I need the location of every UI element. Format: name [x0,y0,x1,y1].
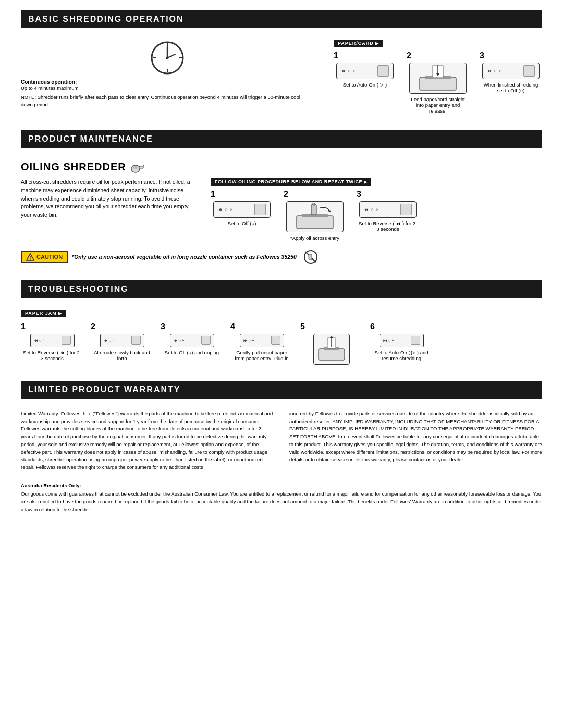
svg-rect-27 [309,254,312,260]
basic-shredding-header: BASIC SHREDDING OPERATION [21,10,542,28]
ts-ctrl-2: ⏮ ○ ▷ [100,334,144,347]
oiling-title: OILING SHREDDER [21,161,126,173]
basic-step-2: 2 Feed [407,51,469,114]
oil-step-3: 3 ⏮ ○ ▷ Set to Reverse ( ⏮ ) for 2-3 sec… [357,190,419,232]
ts-ctrl-knob-3 [201,336,211,345]
product-maintenance-section: PRODUCT MAINTENANCE OILING SHREDDER All … [21,130,542,271]
step-3-num: 3 [480,51,484,60]
oil-ctrl-knob-3 [400,204,412,215]
product-maintenance-header: PRODUCT MAINTENANCE [21,130,542,148]
ts-step-5-num: 5 [300,322,305,331]
paper-card-badge: PAPER/CARD [334,40,383,47]
svg-rect-8 [420,77,456,90]
step-1-num: 1 [334,51,338,60]
oil-ctrl-3: ⏮ ○ ▷ [359,201,417,218]
clock-icon [149,40,186,76]
step-1-desc: Set to Auto-On ( ▷ ) [343,82,387,88]
australia-title: Australia Residents Only: [21,482,542,490]
paper-pull-svg [316,336,347,363]
oiling-body-text: All cross-cut shredders require oil for … [21,178,198,219]
warranty-col-1: Limited Warranty: Fellowes, Inc. ("Fello… [21,410,274,472]
warranty-header: LIMITED PRODUCT WARRANTY [21,381,542,399]
svg-marker-22 [328,210,331,212]
troubleshooting-section: TROUBLESHOOTING PAPER JAM 1 ⏮ ○ ▷ Set to… [21,280,542,372]
continuous-label: Continuous operation: Up to 4 minutes ma… [21,79,313,91]
ctrl-knob-3 [523,65,535,77]
ts-ctrl-knob-2 [131,336,141,345]
continuous-operation-area: Continuous operation: Up to 4 minutes ma… [21,40,323,109]
troubleshooting-header: TROUBLESHOOTING [21,280,542,298]
no-spray-icon [304,250,317,264]
ts-step-3-num: 3 [161,322,165,331]
oil-step-1-num: 1 [211,190,215,199]
ts-ctrl-knob-6 [411,336,420,345]
caution-badge: ! CAUTION [21,251,68,263]
ctrl-icons-1: ⏮ ○ ▷ [341,68,356,73]
paper-feed-svg [414,64,461,93]
ts-ctrl-6: ⏮ ○ ▷ [380,334,424,347]
oil-ctrl-icons-1: ⏮ ○ ▷ [218,207,233,212]
svg-rect-14 [139,166,143,168]
basic-step-3: 3 ⏮ ○ ▷ When finished shredding set to O… [480,51,542,93]
oil-step-2-num: 2 [284,190,288,199]
svg-point-7 [166,57,168,59]
troubleshooting-content: PAPER JAM 1 ⏮ ○ ▷ Set to Reverse ( ⏮ ) f… [21,305,542,372]
ts-step-6: 6 ⏮ ○ ▷ Set to Auto-On ( ▷ ) and resume … [370,322,433,361]
ts-step-6-num: 6 [370,322,375,331]
basic-step-1: 1 ⏮ ○ ▷ Set to Auto-On ( ▷ ) [334,51,396,88]
ts-step-1-num: 1 [21,322,26,331]
caution-label: CAUTION [36,254,63,260]
ts-step-6-desc: Set to Auto-On ( ▷ ) and resume shreddin… [372,350,432,361]
ts-ctrl-3: ⏮ ○ ▷ [170,334,214,347]
svg-point-21 [313,214,315,215]
ts-ctrl-knob-4 [271,336,280,345]
step-2-desc: Feed paper/card straight into paper entr… [408,96,468,114]
shredder-control-1: ⏮ ○ ▷ [336,63,394,79]
warranty-col-2: incurred by Fellowes to provide parts or… [289,410,542,472]
ts-step-4: 4 ⏮ ○ ▷ Gently pull uncut paper from pap… [230,322,293,361]
note-text: NOTE: Shredder runs briefly after each p… [21,94,313,109]
ts-step-3-desc: Set to Off (○) and unplug [165,350,219,355]
warranty-section: LIMITED PRODUCT WARRANTY Limited Warrant… [21,381,542,514]
oil-step-1-desc: Set to Off (○) [228,220,256,226]
oiling-steps-area: FOLLOW OILING PROCEDURE BELOW AND REPEAT… [211,178,542,241]
ctrl-knob-1 [377,65,389,77]
oil-step-1: 1 ⏮ ○ ▷ Set to Off (○) [211,190,273,226]
ts-step-2-desc: Alternate slowly back and forth [92,350,152,361]
oil-ctrl-1: ⏮ ○ ▷ [213,201,271,218]
ts-step-1-desc: Set to Reverse ( ⏮ ) for 2-3 seconds [22,350,82,361]
oil-step-2-desc: *Apply oil across entry [290,235,339,241]
oiling-content: All cross-cut shredders require oil for … [21,178,542,241]
paper-pull-illustration [313,334,350,365]
australia-text: Our goods come with guarantees that cann… [21,490,542,513]
ts-ctrl-icons-1: ⏮ ○ ▷ [34,338,45,343]
ts-step-3: 3 ⏮ ○ ▷ Set to Off (○) and unplug [161,322,223,355]
ts-step-4-desc: Gently pull uncut paper from paper entry… [232,350,292,361]
oiling-header: OILING SHREDDER [21,159,542,174]
step-2-num: 2 [407,51,411,60]
oiling-steps-row: 1 ⏮ ○ ▷ Set to Off (○) 2 [211,190,542,241]
oil-step-3-num: 3 [357,190,361,199]
warranty-content: Limited Warranty: Fellowes, Inc. ("Fello… [21,406,542,476]
svg-text:!: ! [30,255,31,261]
australia-section: Australia Residents Only: Our goods come… [21,482,542,514]
svg-marker-32 [330,336,333,338]
ts-step-2-num: 2 [91,322,95,331]
ts-step-1: 1 ⏮ ○ ▷ Set to Reverse ( ⏮ ) for 2-3 sec… [21,322,83,361]
ts-ctrl-4: ⏮ ○ ▷ [240,334,284,347]
oiling-section: OILING SHREDDER All cross-cut shredders … [21,155,542,271]
svg-line-15 [143,165,144,166]
svg-point-16 [133,166,138,169]
oil-ctrl-knob-1 [254,204,266,215]
oil-can-icon [130,159,145,174]
ctrl-icons-3: ⏮ ○ ▷ [487,68,502,73]
ts-step-5: 5 [300,322,363,367]
basic-op-content: Continuous operation: Up to 4 minutes ma… [21,35,542,121]
shredder-control-3: ⏮ ○ ▷ [482,63,540,79]
oil-apply-illustration [286,201,344,232]
caution-text: *Only use a non-aerosol vegetable oil in… [72,254,297,260]
basic-steps-area: PAPER/CARD 1 ⏮ ○ ▷ Set to Auto-On ( ▷ ) … [334,40,542,114]
svg-rect-28 [319,349,345,360]
ts-step-2: 2 ⏮ ○ ▷ Alternate slowly back and forth [91,322,153,361]
basic-steps-row: 1 ⏮ ○ ▷ Set to Auto-On ( ▷ ) 2 [334,51,542,114]
